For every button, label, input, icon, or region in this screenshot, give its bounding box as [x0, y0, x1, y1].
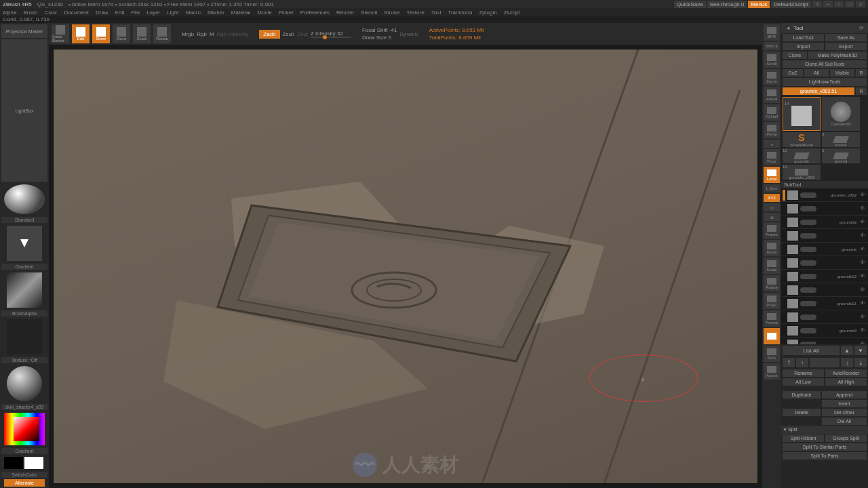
- menu-alpha[interactable]: Alpha: [3, 9, 16, 16]
- menu-layer[interactable]: Layer: [146, 9, 160, 16]
- eye-icon[interactable]: 👁: [860, 205, 867, 212]
- clone-button[interactable]: Clone: [783, 52, 807, 59]
- subtool-item[interactable]: 👁: [781, 283, 868, 297]
- eye-icon[interactable]: 👁: [860, 273, 867, 280]
- groupssplit-button[interactable]: Groups Split: [825, 434, 867, 442]
- close-icon[interactable]: ×: [856, 1, 865, 7]
- eye-icon[interactable]: 👁: [860, 260, 867, 266]
- restore-icon[interactable]: ▫: [834, 1, 844, 7]
- xyz-button[interactable]: XYZ: [764, 194, 780, 202]
- minimize-icon[interactable]: −: [823, 1, 833, 7]
- drawsize-slider[interactable]: Draw Size 5: [362, 35, 397, 41]
- projection-master-button[interactable]: Projection Master: [1, 24, 47, 38]
- subtool-item[interactable]: 👁: [781, 310, 868, 324]
- color-swatch-secondary[interactable]: [24, 457, 43, 469]
- aahalf-button[interactable]: AAHalf: [764, 104, 780, 121]
- autoreorder-button[interactable]: AutoReorder: [825, 369, 867, 377]
- subtool-up-icon[interactable]: ▲: [841, 346, 853, 355]
- menu-preferences[interactable]: Preferences: [300, 9, 330, 16]
- tool-thumb-cylinder[interactable]: Cylinder3D: [822, 97, 860, 131]
- alllow-button[interactable]: All Low: [783, 378, 824, 386]
- eye-icon[interactable]: 👁: [860, 192, 867, 199]
- move-bottom-icon[interactable]: ⤓: [854, 358, 867, 367]
- scroll-button[interactable]: Scroll: [764, 52, 780, 68]
- subtool-item[interactable]: 👁: [781, 338, 868, 344]
- nav-up-icon[interactable]: ⊙: [764, 203, 780, 211]
- goz-button[interactable]: GoZ: [783, 69, 803, 77]
- transp-button[interactable]: Transp: [764, 310, 780, 327]
- subtool-item[interactable]: 👁: [781, 202, 868, 216]
- lightbox-tools-button[interactable]: Lightbox▸Tools: [783, 78, 867, 86]
- splittosimilar-button[interactable]: Split To Similar Parts: [783, 443, 867, 451]
- nav-down-icon[interactable]: ⊕: [764, 213, 780, 221]
- zadd-toggle[interactable]: Zadd: [259, 30, 279, 39]
- lightbox-button[interactable]: LightBox: [1, 39, 47, 182]
- color-swatch-main[interactable]: [4, 457, 23, 469]
- menu-light[interactable]: Light: [167, 9, 178, 16]
- delall-button[interactable]: Del All: [822, 418, 867, 425]
- xpose-button[interactable]: Xpose: [764, 363, 780, 380]
- move3d-button[interactable]: Move: [764, 240, 780, 256]
- material-thumb[interactable]: [7, 366, 42, 401]
- splittoparts-button[interactable]: Split To Parts: [783, 452, 867, 460]
- delete-button[interactable]: Delete: [783, 409, 821, 416]
- zscript-button[interactable]: DefaultZScript: [771, 1, 811, 8]
- menu-picker[interactable]: Picker: [279, 9, 294, 16]
- seethrough-slider[interactable]: See-through 0: [707, 1, 747, 8]
- goz-visible-button[interactable]: Visible: [830, 69, 854, 77]
- rename-button[interactable]: Rename: [783, 369, 824, 377]
- zcut-toggle[interactable]: Zcut: [297, 31, 308, 37]
- append-button[interactable]: Append: [822, 391, 867, 399]
- move-down-icon[interactable]: ↓: [841, 358, 853, 367]
- menu-marker[interactable]: Marker: [208, 9, 224, 16]
- draw-button[interactable]: Draw: [92, 24, 110, 43]
- mrgb-toggle[interactable]: Mrgb: [182, 31, 194, 37]
- eye-icon[interactable]: 👁: [860, 327, 867, 334]
- subtool-down-icon[interactable]: ▼: [854, 346, 867, 355]
- tool-thumb-grounds[interactable]: 14: [783, 97, 821, 131]
- dynamic-toggle[interactable]: Dynamic: [399, 32, 418, 37]
- menu-brush[interactable]: Brush: [23, 9, 37, 16]
- focalshift-slider[interactable]: Focal Shift -41: [362, 27, 397, 33]
- loadtool-button[interactable]: Load Tool: [783, 34, 824, 41]
- listall-button[interactable]: List All: [783, 346, 840, 355]
- eye-icon[interactable]: 👁: [860, 300, 867, 307]
- zoom-button[interactable]: Zoom: [764, 69, 780, 85]
- zsub-toggle[interactable]: Zsub: [283, 31, 295, 37]
- tool-thumb-simplebrush[interactable]: SSimpleBrush: [783, 132, 821, 147]
- subtool-item[interactable]: grounds12👁: [781, 270, 868, 283]
- menu-material[interactable]: Material: [231, 9, 250, 16]
- tool-thumb-grounds2[interactable]: 12grounds: [783, 148, 821, 163]
- tool-panel-header[interactable]: ◄Tool⟳: [781, 23, 868, 33]
- eye-icon[interactable]: 👁: [860, 246, 867, 253]
- makepolymesh-button[interactable]: Make PolyMesh3D: [808, 52, 867, 59]
- floor-button[interactable]: Floor: [764, 149, 780, 165]
- alternate-button[interactable]: Alternate: [4, 479, 45, 487]
- eye-icon[interactable]: 👁: [860, 232, 867, 239]
- alpha-thumb[interactable]: [7, 272, 42, 308]
- color-picker[interactable]: [4, 413, 45, 445]
- delother-button[interactable]: Del Other: [822, 409, 867, 416]
- move-top-icon[interactable]: ⤒: [783, 358, 795, 367]
- subtool-item[interactable]: grounds2👁: [781, 216, 868, 229]
- help-icon[interactable]: ?: [812, 1, 822, 7]
- local-button[interactable]: Local: [764, 167, 780, 183]
- splithidden-button[interactable]: Split Hidden: [783, 434, 824, 442]
- spix-button[interactable]: SPix 3: [764, 42, 780, 50]
- menu-zscript[interactable]: Zscript: [504, 9, 520, 16]
- scale3d-button[interactable]: Scale: [764, 258, 780, 274]
- menu-color[interactable]: Color: [44, 9, 57, 16]
- menu-texture[interactable]: Texture: [406, 9, 424, 16]
- eye-icon[interactable]: 👁: [860, 314, 867, 321]
- quicksave-button[interactable]: QuickSave: [674, 1, 706, 8]
- subtool-item[interactable]: grounds9👁: [781, 324, 868, 338]
- subtool-item[interactable]: grounds11👁: [781, 297, 868, 310]
- subtool-item[interactable]: 👁: [781, 256, 868, 270]
- tool-thumb-grounds-v002[interactable]: 14grounds_v002: [783, 165, 821, 180]
- persp-button[interactable]: Persp: [764, 122, 780, 138]
- ghost-button[interactable]: [764, 328, 780, 344]
- menu-macro[interactable]: Macro: [186, 9, 201, 16]
- rgb-toggle[interactable]: Rgb: [197, 31, 207, 37]
- duplicate-button[interactable]: Duplicate: [783, 391, 821, 399]
- polyf-button[interactable]: PolyF: [764, 293, 780, 309]
